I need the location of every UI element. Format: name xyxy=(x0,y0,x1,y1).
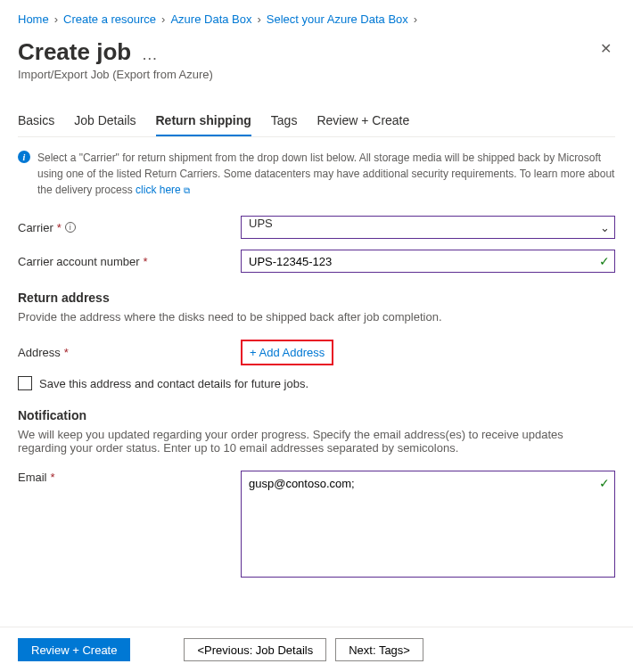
page-title: Create job xyxy=(18,38,131,65)
chevron-right-icon: › xyxy=(161,12,165,26)
page-subtitle: Import/Export Job (Export from Azure) xyxy=(18,68,615,81)
close-icon[interactable]: ✕ xyxy=(596,38,615,60)
breadcrumb-create-resource[interactable]: Create a resource xyxy=(63,12,156,26)
add-address-link[interactable]: + Add Address xyxy=(243,341,332,364)
chevron-right-icon: › xyxy=(54,12,58,26)
email-textarea[interactable] xyxy=(241,471,615,578)
breadcrumb-home[interactable]: Home xyxy=(18,12,49,26)
notification-title: Notification xyxy=(18,408,615,422)
carrier-account-label: Carrier account number* xyxy=(18,255,241,268)
tab-return-shipping[interactable]: Return shipping xyxy=(156,106,251,136)
save-address-label: Save this address and contact details fo… xyxy=(39,377,308,390)
check-icon: ✓ xyxy=(599,254,610,268)
save-address-checkbox[interactable] xyxy=(18,376,32,390)
tab-tags[interactable]: Tags xyxy=(271,106,298,136)
more-icon[interactable]: … xyxy=(142,45,158,63)
external-link-icon: ⧉ xyxy=(184,185,190,195)
info-banner: i Select a "Carrier" for return shipment… xyxy=(18,150,615,198)
carrier-label: Carrier* i xyxy=(18,221,241,234)
carrier-account-input[interactable] xyxy=(241,250,615,273)
chevron-right-icon: › xyxy=(414,12,417,26)
tabs: Basics Job Details Return shipping Tags … xyxy=(18,106,615,137)
info-link[interactable]: click here ⧉ xyxy=(136,184,190,196)
info-icon: i xyxy=(18,151,30,163)
previous-button[interactable]: <Previous: Job Details xyxy=(184,638,326,661)
carrier-select[interactable]: UPS xyxy=(241,216,615,239)
info-text: Select a "Carrier" for return shipment f… xyxy=(37,152,614,196)
notification-desc: We will keep you updated regarding your … xyxy=(18,428,615,455)
breadcrumb-azure-data-box[interactable]: Azure Data Box xyxy=(170,12,251,26)
return-address-title: Return address xyxy=(18,291,615,305)
info-hint-icon[interactable]: i xyxy=(65,222,76,233)
tab-basics[interactable]: Basics xyxy=(18,106,54,136)
tab-job-details[interactable]: Job Details xyxy=(74,106,136,136)
review-create-button[interactable]: Review + Create xyxy=(18,638,130,661)
tab-review-create[interactable]: Review + Create xyxy=(316,106,409,136)
breadcrumb-select-data-box[interactable]: Select your Azure Data Box xyxy=(267,12,408,26)
check-icon: ✓ xyxy=(599,476,610,490)
chevron-right-icon: › xyxy=(257,12,260,26)
add-address-highlight: + Add Address xyxy=(241,340,333,365)
return-address-desc: Provide the address where the disks need… xyxy=(18,310,615,324)
address-label: Address* xyxy=(18,346,241,359)
footer-bar: Review + Create <Previous: Job Details N… xyxy=(0,627,633,672)
next-button[interactable]: Next: Tags> xyxy=(335,638,423,661)
breadcrumb: Home› Create a resource› Azure Data Box›… xyxy=(18,12,615,26)
email-label: Email* xyxy=(18,471,241,484)
